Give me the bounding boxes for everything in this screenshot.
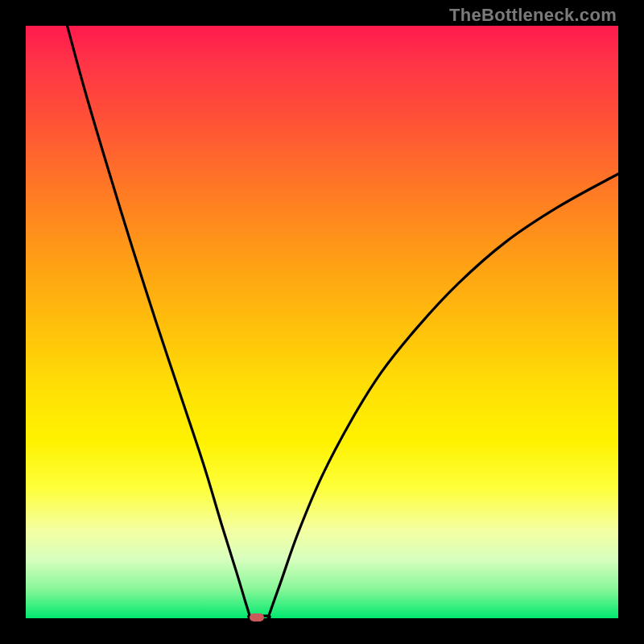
watermark-text: TheBottleneck.com [449,5,617,26]
plot-area [26,26,618,618]
optimum-marker [250,613,264,621]
chart-frame: TheBottleneck.com [0,0,644,644]
curve-path [68,26,618,618]
bottleneck-curve [26,26,618,618]
